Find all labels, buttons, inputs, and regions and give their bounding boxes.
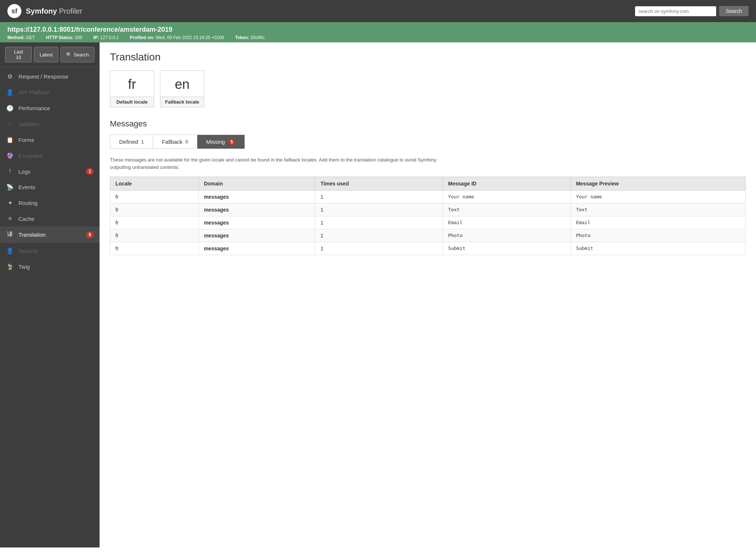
- sidebar-item-cache[interactable]: ≡Cache: [0, 211, 100, 226]
- sidebar-item-forms[interactable]: 📋Forms: [0, 132, 100, 148]
- twig-label: Twig: [18, 264, 30, 270]
- validator-label: Validator: [18, 121, 40, 127]
- cell-row1-col2: 1: [315, 204, 443, 216]
- cell-row0-col4: Your name: [571, 191, 745, 204]
- sidebar-nav: ⚙Request / Response👤API Platform🕐Perform…: [0, 67, 100, 276]
- sidebar-item-validator: ✓Validator: [0, 116, 100, 132]
- tab-defined[interactable]: Defined1: [110, 135, 153, 149]
- sidebar-item-routing[interactable]: ✦Routing: [0, 195, 100, 211]
- tab-missing-label: Missing: [206, 139, 225, 145]
- tab-fallback[interactable]: Fallback0: [153, 135, 197, 149]
- performance-icon: 🕐: [6, 105, 14, 112]
- cell-row0-col0: fr: [110, 191, 199, 204]
- default-locale-box: fr Default locale: [110, 70, 154, 107]
- topbar-search-button[interactable]: Search: [719, 6, 749, 16]
- urlbar: https://127.0.0.1:8001/fr/conference/ams…: [0, 22, 756, 42]
- urlbar-url: https://127.0.0.1:8001/fr/conference/ams…: [7, 26, 749, 34]
- default-locale-label: Default locale: [110, 97, 154, 107]
- th-message-id: Message ID: [443, 177, 571, 191]
- cell-row2-col3: Email: [443, 216, 571, 229]
- request-response-icon: ⚙: [6, 73, 14, 80]
- meta-profiled: Profiled on: Wed, 09 Feb 2022 15:16:25 +…: [130, 35, 224, 40]
- table-body: frmessages1Your nameYour namefrmessages1…: [110, 191, 746, 255]
- brand-symfony: Symfony: [26, 7, 57, 15]
- api-platform-label: API Platform: [18, 89, 49, 95]
- search-button[interactable]: 🔍 Search: [60, 47, 94, 62]
- fallback-locale-box: en Fallback locale: [160, 70, 204, 107]
- locale-boxes: fr Default locale en Fallback locale: [110, 70, 746, 107]
- th-message-preview: Message Preview: [571, 177, 745, 191]
- security-label: Security: [18, 248, 38, 254]
- tab-missing[interactable]: Missing5: [197, 135, 245, 149]
- table-header: LocaleDomainTimes usedMessage IDMessage …: [110, 177, 746, 191]
- th-locale: Locale: [110, 177, 199, 191]
- message-tabs: Defined1Fallback0Missing5: [110, 135, 245, 149]
- translation-label: Translation: [18, 232, 46, 238]
- tab-missing-badge: 5: [228, 139, 236, 145]
- cell-row1-col4: Text: [571, 204, 745, 216]
- table-row: frmessages1Your nameYour name: [110, 191, 746, 204]
- logs-badge: 1: [86, 168, 94, 175]
- messages-title: Messages: [110, 119, 746, 129]
- fallback-locale-value: en: [160, 71, 204, 97]
- cell-row1-col3: Text: [443, 204, 571, 216]
- table-row: frmessages1SubmitSubmit: [110, 242, 746, 255]
- sidebar-item-logs[interactable]: !Logs1: [0, 164, 100, 179]
- cell-row4-col0: fr: [110, 242, 199, 255]
- performance-label: Performance: [18, 105, 50, 111]
- sidebar-item-performance[interactable]: 🕐Performance: [0, 100, 100, 116]
- cell-row3-col3: Photo: [443, 229, 571, 242]
- exception-label: Exception: [18, 153, 43, 159]
- table-row: frmessages1EmailEmail: [110, 216, 746, 229]
- cell-row4-col4: Submit: [571, 242, 745, 255]
- default-locale-value: fr: [110, 71, 154, 97]
- cell-row4-col1: messages: [198, 242, 315, 255]
- th-times-used: Times used: [315, 177, 443, 191]
- translation-icon: 译: [6, 231, 14, 239]
- table-row: frmessages1TextText: [110, 204, 746, 216]
- request-response-label: Request / Response: [18, 73, 69, 80]
- table-header-row: LocaleDomainTimes usedMessage IDMessage …: [110, 177, 746, 191]
- topbar: sf Symfony Profiler Search: [0, 0, 756, 22]
- search-icon: 🔍: [66, 52, 72, 58]
- routing-icon: ✦: [6, 199, 14, 206]
- cell-row2-col0: fr: [110, 216, 199, 229]
- cell-row3-col0: fr: [110, 229, 199, 242]
- info-text: These messages are not available for the…: [110, 156, 442, 171]
- last10-button[interactable]: Last 10: [5, 47, 32, 62]
- sidebar-item-api-platform: 👤API Platform: [0, 84, 100, 100]
- sidebar-item-translation[interactable]: 译Translation5: [0, 226, 100, 243]
- cell-row1-col1: messages: [198, 204, 315, 216]
- cell-row3-col2: 1: [315, 229, 443, 242]
- topbar-search-input[interactable]: [635, 6, 716, 16]
- sidebar-item-security: 👤Security: [0, 243, 100, 259]
- sidebar-item-request-response[interactable]: ⚙Request / Response: [0, 69, 100, 84]
- cell-row2-col2: 1: [315, 216, 443, 229]
- cell-row2-col4: Email: [571, 216, 745, 229]
- brand: sf Symfony Profiler: [7, 4, 82, 18]
- brand-profiler: Profiler: [59, 7, 82, 15]
- cell-row4-col2: 1: [315, 242, 443, 255]
- topbar-search-area: Search: [635, 6, 749, 16]
- th-domain: Domain: [198, 177, 315, 191]
- security-icon: 👤: [6, 247, 14, 254]
- tab-defined-label: Defined: [119, 139, 138, 145]
- cell-row0-col3: Your name: [443, 191, 571, 204]
- cell-row1-col0: fr: [110, 204, 199, 216]
- logs-icon: !: [6, 168, 14, 175]
- validator-icon: ✓: [6, 121, 14, 128]
- cell-row4-col3: Submit: [443, 242, 571, 255]
- api-platform-icon: 👤: [6, 89, 14, 96]
- page-title: Translation: [110, 51, 746, 63]
- main-layout: Last 10 Latest 🔍 Search ⚙Request / Respo…: [0, 42, 756, 547]
- forms-icon: 📋: [6, 136, 14, 143]
- exception-icon: 🔮: [6, 152, 14, 159]
- tab-defined-count: 1: [141, 139, 144, 145]
- meta-ip: IP: 127.0.0.1: [93, 35, 119, 40]
- urlbar-meta: Method: GET HTTP Status: 200 IP: 127.0.0…: [7, 35, 749, 40]
- sidebar-item-twig[interactable]: 🍃Twig: [0, 259, 100, 275]
- translation-badge: 5: [86, 232, 94, 238]
- table-row: frmessages1PhotoPhoto: [110, 229, 746, 242]
- latest-button[interactable]: Latest: [34, 47, 58, 62]
- sidebar-item-events[interactable]: 📡Events: [0, 179, 100, 195]
